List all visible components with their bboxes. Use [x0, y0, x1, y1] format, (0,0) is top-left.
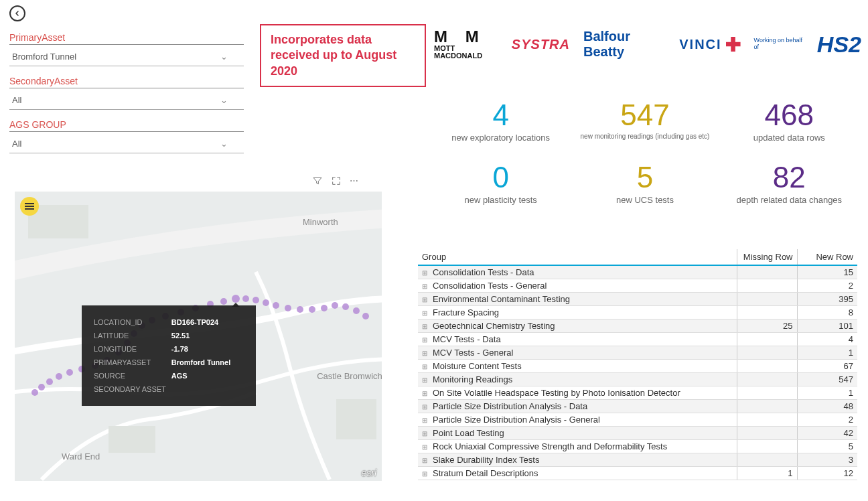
svg-point-5	[38, 384, 45, 390]
table-row[interactable]: ⊞Consolidation Tests - Data 15	[418, 265, 857, 279]
more-options-icon[interactable]: ⋯	[350, 175, 358, 188]
mott-macdonald-logo: M M MOTT MACDONALD	[434, 29, 498, 60]
cell-missing	[737, 279, 797, 293]
expand-icon[interactable]: ⊞	[422, 417, 429, 424]
visual-toolbar: ⋯	[312, 175, 358, 188]
secondary-asset-select[interactable]: All ⌄	[9, 91, 244, 110]
svg-point-21	[220, 298, 227, 305]
svg-point-30	[321, 305, 328, 311]
focus-mode-icon[interactable]	[331, 175, 342, 188]
svg-point-26	[273, 302, 279, 309]
table-row[interactable]: ⊞Monitoring Readings 547	[418, 373, 857, 386]
table-row[interactable]: ⊞MCV Tests - Data 4	[418, 333, 857, 346]
plus-icon	[726, 37, 741, 52]
cell-missing: 1	[737, 467, 797, 480]
cell-newrow: 5	[797, 440, 857, 453]
tooltip-value: -1.78	[171, 343, 234, 355]
svg-point-32	[342, 303, 349, 310]
cell-missing	[737, 373, 797, 386]
group-table[interactable]: Group Missing Row New Row ⊞Consolidation…	[418, 249, 857, 480]
expand-icon[interactable]: ⊞	[422, 350, 429, 357]
table-row[interactable]: ⊞MCV Tests - General 1	[418, 346, 857, 360]
kpi-card: 4 new exploratory locations	[429, 100, 573, 143]
map-tooltip: LOCATION_ID BD166-TP024LATITUDE 52.51LON…	[82, 305, 256, 406]
cell-missing: 25	[737, 319, 797, 333]
group-name: Particle Size Distribution Analysis - Da…	[433, 401, 587, 411]
kpi-label: updated data rows	[717, 133, 861, 143]
chevron-down-icon: ⌄	[220, 95, 228, 105]
kpi-label: depth related data changes	[717, 195, 861, 205]
group-name: MCV Tests - General	[433, 348, 513, 358]
kpi-card: 547 new monitoring readings (including g…	[573, 100, 717, 143]
table-row[interactable]: ⊞Geotechnical Chemistry Testing 25 101	[418, 319, 857, 333]
expand-icon[interactable]: ⊞	[422, 376, 429, 384]
kpi-label: new exploratory locations	[429, 133, 573, 143]
cell-missing	[737, 427, 797, 440]
esri-attribution: esri	[361, 468, 376, 478]
table-row[interactable]: ⊞Rock Uniaxial Compressive Strength and …	[418, 440, 857, 453]
ags-group-select[interactable]: All ⌄	[9, 135, 244, 153]
group-name: Geotechnical Chemistry Testing	[433, 321, 555, 331]
kpi-card: 82 depth related data changes	[717, 163, 861, 205]
svg-point-4	[31, 389, 38, 396]
expand-icon[interactable]: ⊞	[422, 403, 429, 411]
svg-point-27	[285, 305, 291, 311]
systra-logo: SYSTRA	[512, 37, 570, 52]
table-row[interactable]: ⊞Particle Size Distribution Analysis - G…	[418, 413, 857, 427]
table-row[interactable]: ⊞Point Load Testing 42	[418, 427, 857, 440]
table-row[interactable]: ⊞Slake Durability Index Tests 3	[418, 453, 857, 467]
expand-icon[interactable]: ⊞	[422, 323, 429, 330]
table-row[interactable]: ⊞Stratum Detail Descriptions 1 12	[418, 467, 857, 480]
filter-label-primary: PrimaryAsset	[9, 32, 244, 45]
filter-icon[interactable]	[312, 175, 323, 188]
table-row[interactable]: ⊞Fracture Spacing 8	[418, 306, 857, 319]
expand-icon[interactable]: ⊞	[422, 457, 429, 464]
group-name: Fracture Spacing	[433, 307, 499, 317]
cell-missing	[737, 413, 797, 427]
table-row[interactable]: ⊞Consolidation Tests - General 2	[418, 279, 857, 293]
group-name: On Site Volatile Headspace Testing by Ph…	[433, 388, 680, 398]
balfour-beatty-logo: Balfour Beatty	[583, 29, 666, 60]
expand-icon[interactable]: ⊞	[422, 269, 429, 277]
expand-icon[interactable]: ⊞	[422, 336, 429, 344]
kpi-card: 468 updated data rows	[717, 100, 861, 143]
expand-icon[interactable]: ⊞	[422, 309, 429, 317]
logo-row: M M MOTT MACDONALD SYSTRA Balfour Beatty…	[434, 23, 861, 66]
tooltip-value: AGS	[171, 370, 234, 382]
tooltip-key: SOURCE	[94, 370, 170, 382]
expand-icon[interactable]: ⊞	[422, 470, 429, 478]
table-row[interactable]: ⊞Moisture Content Tests 67	[418, 360, 857, 373]
group-name: Particle Size Distribution Analysis - Ge…	[433, 415, 600, 425]
group-name: Point Load Testing	[433, 428, 504, 438]
table-row[interactable]: ⊞On Site Volatile Headspace Testing by P…	[418, 386, 857, 400]
filter-label-ags: AGS GROUP	[9, 119, 244, 132]
col-group[interactable]: Group	[418, 249, 737, 265]
cell-newrow: 42	[797, 427, 857, 440]
svg-rect-1	[108, 426, 155, 453]
kpi-value: 468	[717, 100, 861, 130]
expand-icon[interactable]: ⊞	[422, 430, 429, 437]
cell-missing	[737, 360, 797, 373]
vinci-logo: VINCI	[679, 37, 740, 52]
expand-icon[interactable]: ⊞	[422, 283, 429, 290]
svg-point-34	[362, 313, 369, 319]
cell-missing	[737, 333, 797, 346]
group-name: Environmental Contaminant Testing	[433, 294, 570, 304]
col-newrow[interactable]: New Row	[797, 249, 857, 265]
chevron-down-icon: ⌄	[220, 139, 228, 149]
svg-point-8	[66, 369, 73, 376]
back-button[interactable]	[9, 5, 25, 21]
map-visual[interactable]: Minworth Castle Bromwich Ward End LOCATI…	[15, 192, 382, 481]
kpi-card: 0 new plasticity tests	[429, 163, 573, 205]
expand-icon[interactable]: ⊞	[422, 443, 429, 451]
expand-icon[interactable]: ⊞	[422, 390, 429, 397]
table-row[interactable]: ⊞Particle Size Distribution Analysis - D…	[418, 400, 857, 413]
expand-icon[interactable]: ⊞	[422, 296, 429, 303]
svg-point-31	[332, 302, 338, 309]
expand-icon[interactable]: ⊞	[422, 363, 429, 370]
primary-asset-select[interactable]: Bromford Tunnel ⌄	[9, 48, 244, 66]
table-row[interactable]: ⊞Environmental Contaminant Testing 395	[418, 293, 857, 306]
map-menu-button[interactable]	[20, 197, 39, 216]
col-missing[interactable]: Missing Row	[737, 249, 797, 265]
kpi-label: new plasticity tests	[429, 195, 573, 205]
